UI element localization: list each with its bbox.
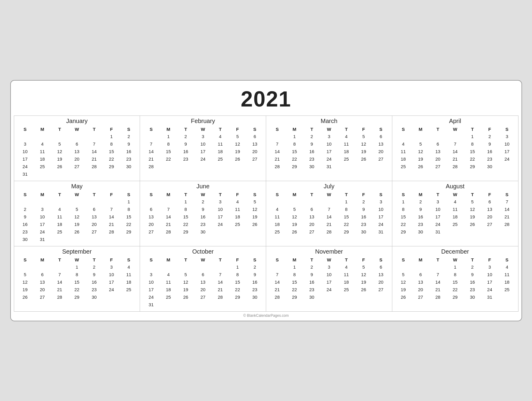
day-cell: 2 — [303, 133, 320, 140]
day-cell: 27 — [194, 293, 211, 301]
day-cell: 27 — [142, 228, 160, 236]
day-cell: 30 — [464, 293, 481, 301]
day-header: T — [86, 191, 103, 198]
day-cell: 11 — [51, 213, 68, 221]
day-header: T — [212, 126, 229, 133]
day-cell — [481, 236, 498, 238]
week-row: 11121314151617 — [395, 148, 516, 155]
day-cell: 28 — [320, 228, 338, 236]
month-cell-december: DecemberSMTWTFS1234567891011121314151617… — [392, 246, 518, 312]
day-cell — [194, 263, 211, 271]
day-cell: 11 — [498, 271, 515, 278]
day-cell: 2 — [412, 198, 429, 205]
day-cell: 21 — [160, 221, 177, 228]
day-cell: 19 — [177, 286, 194, 293]
day-cell: 23 — [303, 286, 320, 293]
day-cell: 14 — [160, 213, 177, 221]
day-cell — [429, 170, 446, 173]
day-cell: 17 — [17, 155, 34, 163]
day-cell: 2 — [194, 198, 211, 205]
day-cell: 12 — [355, 140, 372, 148]
week-row: 10111213141516 — [142, 278, 263, 286]
day-cell — [51, 236, 68, 243]
day-header: S — [120, 256, 137, 263]
day-cell: 11 — [34, 148, 51, 155]
month-name: October — [142, 248, 263, 256]
day-cell: 23 — [120, 155, 137, 163]
week-row: 1 — [17, 198, 138, 205]
day-cell: 26 — [177, 293, 194, 301]
day-cell: 27 — [372, 286, 389, 293]
day-cell — [34, 133, 51, 140]
week-row — [142, 236, 263, 238]
day-cell: 19 — [246, 213, 263, 221]
week-row: 28293031 — [269, 163, 390, 170]
day-cell: 15 — [177, 213, 194, 221]
day-cell — [395, 301, 412, 303]
day-cell: 4 — [160, 271, 177, 278]
day-cell: 6 — [372, 263, 389, 271]
month-table: SMTWTFS123456789101112131415161718192021… — [142, 126, 263, 173]
day-cell — [160, 263, 177, 271]
day-header: S — [372, 256, 389, 263]
day-cell: 31 — [372, 228, 389, 236]
week-row — [395, 170, 516, 173]
month-table: SMTWTFS123456789101112131415161718192021… — [17, 191, 138, 243]
day-cell: 19 — [395, 286, 412, 293]
day-header: M — [160, 126, 177, 133]
day-header: T — [51, 256, 68, 263]
week-row: 13141516171819 — [142, 213, 263, 221]
day-cell: 16 — [17, 221, 34, 228]
day-header: T — [303, 126, 320, 133]
day-cell: 2 — [86, 263, 103, 271]
day-header: S — [17, 191, 34, 198]
day-cell — [269, 198, 286, 205]
day-cell — [17, 198, 34, 205]
day-cell: 31 — [429, 228, 446, 236]
day-cell: 9 — [464, 271, 481, 278]
day-cell — [269, 301, 286, 303]
day-cell: 28 — [212, 293, 229, 301]
day-cell — [395, 170, 412, 173]
day-cell: 21 — [446, 155, 464, 163]
day-cell — [395, 263, 412, 271]
week-row: 45678910 — [269, 205, 390, 213]
day-cell: 18 — [229, 213, 246, 221]
day-cell — [103, 170, 120, 178]
day-cell: 18 — [51, 221, 68, 228]
day-cell: 4 — [269, 205, 286, 213]
day-cell: 16 — [464, 278, 481, 286]
day-cell: 18 — [446, 213, 464, 221]
day-cell: 3 — [372, 198, 389, 205]
day-cell — [372, 236, 389, 238]
day-cell: 13 — [429, 148, 446, 155]
day-cell: 25 — [120, 286, 137, 293]
day-cell — [498, 301, 515, 303]
day-cell: 9 — [17, 213, 34, 221]
day-cell: 25 — [338, 155, 355, 163]
day-cell: 16 — [303, 148, 320, 155]
day-cell — [34, 301, 51, 303]
month-table: SMTWTFS123456789101112131415161718192021… — [395, 126, 516, 173]
day-cell — [446, 301, 464, 303]
month-name: November — [269, 248, 390, 256]
week-row: 21222324252627 — [269, 155, 390, 163]
day-cell — [51, 301, 68, 303]
day-cell — [372, 170, 389, 173]
day-cell: 20 — [481, 213, 498, 221]
day-cell: 19 — [355, 148, 372, 155]
day-cell: 5 — [177, 271, 194, 278]
day-cell: 16 — [303, 278, 320, 286]
day-cell — [177, 163, 194, 170]
week-row: 567891011 — [17, 271, 138, 278]
day-cell — [355, 163, 372, 170]
day-cell — [103, 236, 120, 243]
day-cell — [429, 263, 446, 271]
day-cell: 21 — [103, 221, 120, 228]
day-cell: 24 — [481, 286, 498, 293]
week-row: 31 — [17, 170, 138, 178]
day-cell: 7 — [320, 205, 338, 213]
day-cell — [194, 301, 211, 308]
month-cell-september: SeptemberSMTWTFS123456789101112131415161… — [14, 246, 140, 312]
day-cell — [338, 163, 355, 170]
